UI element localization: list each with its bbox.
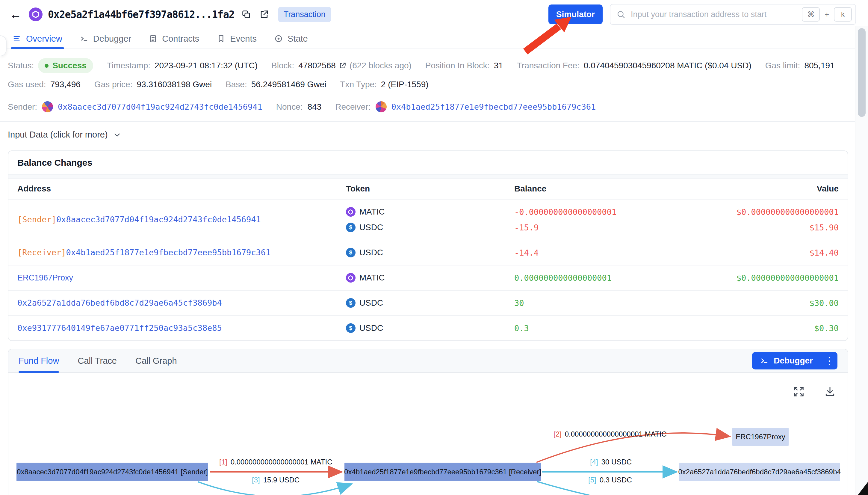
usd-value: $30.00 bbox=[715, 295, 839, 311]
meta-value: 47802568(622 blocks ago) bbox=[298, 61, 411, 70]
external-link-icon[interactable] bbox=[258, 8, 270, 21]
meta-label: Txn Type: bbox=[340, 80, 376, 89]
edge-seq: [1] bbox=[219, 458, 227, 466]
receiver-address-link[interactable]: 0x4b1aed25f1877e1e9fbecbd77eee95bb1679c3… bbox=[391, 102, 596, 112]
back-button[interactable]: ← bbox=[8, 8, 23, 20]
value-cell: $0.30 bbox=[715, 320, 839, 336]
meta-value: 2 (EIP-1559) bbox=[381, 80, 429, 89]
copy-icon[interactable] bbox=[240, 8, 252, 21]
canvas-tools bbox=[793, 386, 836, 397]
sender-address-link[interactable]: 0x8aacec3d7077d04f19ac924d2743fc0de14569… bbox=[58, 102, 262, 112]
column-header-balance: Balance bbox=[514, 184, 715, 193]
edge-seq: [4] bbox=[590, 458, 598, 466]
address-link[interactable]: 0x8aacec3d7077d04f19ac924d2743fc0de14569… bbox=[56, 215, 261, 224]
scrollbar-thumb[interactable] bbox=[858, 28, 866, 117]
address-link[interactable]: 0xe931777640149fe67ae0771ff250ac93a5c38e… bbox=[17, 323, 222, 332]
terminal-icon bbox=[80, 34, 89, 43]
transaction-hash: 0x2e5a2f1a44bf6e7f397a8612...1fa2 bbox=[48, 9, 234, 20]
address-link[interactable]: 0x2a6527a1dda76bedf6bd8c7d29ae6a45cf3869… bbox=[17, 298, 222, 307]
tab-label: Contracts bbox=[162, 34, 199, 44]
receiver-avatar bbox=[376, 101, 387, 113]
edge-text: 15.9 USDC bbox=[263, 476, 300, 484]
balance-cell: -14.4 bbox=[514, 245, 715, 260]
address-tag: [Sender] bbox=[17, 215, 56, 224]
edge-text: 30 USDC bbox=[601, 458, 632, 466]
input-data-toggle[interactable]: Input Data (click for more) bbox=[0, 130, 868, 140]
nonce-value: 843 bbox=[307, 102, 322, 112]
document-icon bbox=[148, 34, 158, 43]
usd-value: $14.40 bbox=[715, 245, 839, 260]
terminal-icon bbox=[760, 356, 769, 365]
edge-text: 0.000000000000000001 MATIC bbox=[231, 458, 333, 466]
address-link[interactable]: ERC1967Proxy bbox=[17, 273, 73, 282]
table-row: ERC1967ProxyMATIC0.000000000000000001$0.… bbox=[8, 266, 848, 291]
token-cell: $USDC bbox=[346, 295, 514, 311]
meta-item: Block:47802568(622 blocks ago) bbox=[271, 61, 411, 70]
balance-value: -15.9 bbox=[514, 220, 715, 235]
fund-flow-canvas: 0x8aacec3d7077d04f19ac924d2743fc0de14569… bbox=[8, 373, 848, 495]
meta-item: Gas used:793,496 bbox=[8, 80, 81, 89]
token-entry: MATIC bbox=[346, 270, 514, 286]
download-icon[interactable] bbox=[824, 386, 836, 397]
usd-value: $0.000000000000000001 bbox=[715, 204, 839, 220]
column-header-token: Token bbox=[346, 184, 514, 193]
tab-label: Debugger bbox=[93, 34, 131, 44]
meta-label: Timestamp: bbox=[107, 61, 150, 70]
fund-flow-node-sender[interactable]: 0x8aacec3d7077d04f19ac924d2743fc0de14569… bbox=[16, 463, 208, 481]
edge-label-1: [1]0.000000000000000001 MATIC bbox=[219, 458, 333, 466]
receiver-label: Receiver: bbox=[335, 102, 371, 112]
simulator-button[interactable]: Simulator bbox=[548, 4, 603, 24]
kebab-menu-icon[interactable]: ⋮ bbox=[821, 352, 837, 370]
meta-value: 0.074045903045960208 MATIC ($0.04 USD) bbox=[584, 61, 751, 70]
edge-seq: [3] bbox=[252, 476, 260, 484]
value-cell: $0.000000000000000001 bbox=[715, 270, 839, 286]
fund-flow-node-counterparty1[interactable]: 0x2a6527a1dda76bedf6bd8c7d29ae6a45cf3869… bbox=[679, 463, 840, 481]
edge-label-2: [2]0.000000000000000001 MATIC bbox=[553, 430, 667, 438]
tab-contracts[interactable]: Contracts bbox=[148, 29, 199, 49]
fullscreen-icon[interactable] bbox=[793, 386, 804, 397]
token-entry: $USDC bbox=[346, 295, 514, 311]
token-name: USDC bbox=[359, 323, 383, 333]
meta-suffix: (622 blocks ago) bbox=[350, 61, 411, 70]
chevron-down-icon bbox=[112, 130, 122, 139]
balance-cell: 30 bbox=[514, 295, 715, 311]
fund-flow-node-receiver[interactable]: 0x4b1aed25f1877e1e9fbecbd77eee95bb1679c3… bbox=[344, 463, 541, 481]
tab-state[interactable]: State bbox=[274, 29, 308, 49]
token-entry: $USDC bbox=[346, 320, 514, 336]
search-icon bbox=[616, 10, 625, 19]
balance-value: 0.000000000000000001 bbox=[514, 270, 715, 286]
transaction-type-badge: Transaction bbox=[278, 7, 331, 22]
tab-debugger[interactable]: Debugger bbox=[80, 29, 131, 49]
meta-item: Timestamp:2023-09-21 08:17:32 (UTC) bbox=[107, 61, 258, 70]
search-box[interactable]: ⌘ + k bbox=[610, 4, 856, 25]
tab-label: Overview bbox=[26, 34, 62, 44]
meta-label: Gas used: bbox=[8, 80, 46, 89]
tab-events[interactable]: Events bbox=[216, 29, 257, 49]
balance-cell: 0.000000000000000001 bbox=[514, 270, 715, 286]
external-link-icon[interactable] bbox=[339, 62, 347, 69]
tab-overview[interactable]: Overview bbox=[13, 29, 62, 49]
table-row: 0x2a6527a1dda76bedf6bd8c7d29ae6a45cf3869… bbox=[8, 291, 848, 316]
balance-cell: -0.000000000000000001-15.9 bbox=[514, 204, 715, 235]
debugger-split-button[interactable]: Debugger ⋮ bbox=[752, 352, 837, 370]
tab-call-trace[interactable]: Call Trace bbox=[77, 349, 117, 372]
search-input[interactable] bbox=[630, 10, 797, 19]
token-name: USDC bbox=[359, 248, 383, 257]
sidebar-collapse-handle[interactable] bbox=[0, 35, 6, 56]
kbd-command-key: ⌘ bbox=[802, 7, 820, 21]
fund-flow-header: Fund FlowCall TraceCall Graph Debugger ⋮ bbox=[8, 349, 848, 373]
fund-flow-node-proxy[interactable]: ERC1967Proxy bbox=[732, 428, 789, 446]
address-link[interactable]: 0x4b1aed25f1877e1e9fbecbd77eee95bb1679c3… bbox=[66, 248, 271, 257]
debugger-button[interactable]: Debugger bbox=[752, 352, 821, 370]
table-row: 0xe931777640149fe67ae0771ff250ac93a5c38e… bbox=[8, 316, 848, 340]
edge-label-5: [5]0.3 USDC bbox=[588, 476, 632, 484]
address-tag: [Receiver] bbox=[17, 248, 66, 257]
tab-fund-flow[interactable]: Fund Flow bbox=[19, 349, 59, 372]
tab-call-graph[interactable]: Call Graph bbox=[136, 349, 177, 372]
status-dot bbox=[45, 64, 49, 68]
value-cell: $0.000000000000000001$15.90 bbox=[715, 204, 839, 235]
edge-text: 0.3 USDC bbox=[600, 476, 632, 484]
balance-changes-title: Balance Changes bbox=[8, 151, 848, 174]
token-entry: $USDC bbox=[346, 245, 514, 260]
meta-row-2: Gas used:793,496Gas price:93.316038198 G… bbox=[8, 80, 860, 89]
